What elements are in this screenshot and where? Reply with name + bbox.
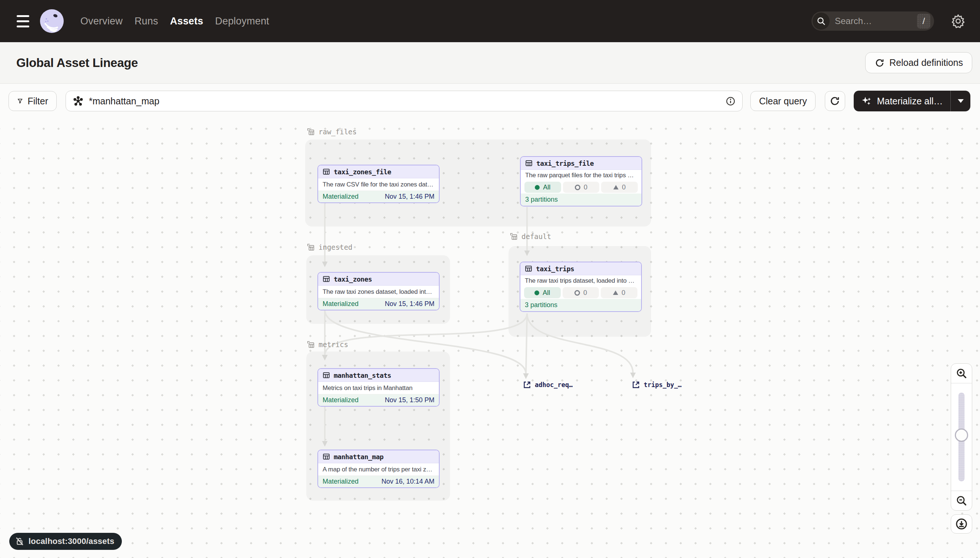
asset-name: manhattan_map: [334, 453, 383, 461]
external-asset-adhoc-request[interactable]: adhoc_req…: [522, 381, 573, 389]
external-link-icon: [522, 381, 532, 389]
asset-selection-input[interactable]: *manhattan_map: [66, 91, 743, 112]
asset-graph-icon: [72, 95, 84, 107]
lineage-edges: [0, 118, 980, 558]
lineage-toolbar: Filter *manhattan_map Clear query Materi…: [0, 84, 980, 118]
asset-name: taxi_trips: [536, 265, 574, 273]
search-icon: [813, 13, 830, 30]
zoom-slider[interactable]: [951, 383, 972, 491]
materialized-timestamp: Nov 15, 1:50 PM: [385, 396, 435, 404]
table-icon: [525, 159, 533, 167]
group-label-raw-files[interactable]: raw_files: [307, 128, 357, 136]
failed-ring-icon: [575, 185, 580, 190]
zoom-slider-thumb[interactable]: [955, 428, 968, 442]
asset-group-icon: [307, 340, 315, 349]
partitions-count: 3 partitions: [525, 196, 558, 204]
table-icon: [524, 264, 533, 273]
chevron-down-icon: [958, 99, 964, 103]
zoom-out-icon: [955, 495, 967, 507]
materialized-status: Materialized: [323, 478, 359, 486]
page-title: Global Asset Lineage: [16, 56, 138, 70]
asset-node-taxi-zones[interactable]: taxi_zones The raw taxi zones dataset, l…: [318, 272, 440, 310]
url-text: localhost:3000/assets: [28, 537, 114, 546]
partition-health-failed[interactable]: 0: [563, 182, 600, 193]
asset-description: The raw CSV file for the taxi zones dat…: [318, 178, 439, 191]
main-nav: Overview Runs Assets Deployment: [81, 16, 269, 27]
download-graph-button[interactable]: [951, 514, 972, 533]
nav-deployment[interactable]: Deployment: [215, 16, 269, 27]
success-dot-icon: [535, 185, 540, 190]
nav-overview[interactable]: Overview: [81, 16, 123, 27]
top-navigation-bar: Overview Runs Assets Deployment Search… …: [0, 0, 980, 42]
materialized-timestamp: Nov 15, 1:46 PM: [385, 300, 435, 308]
asset-node-manhattan-map[interactable]: manhattan_map A map of the number of tri…: [318, 450, 440, 488]
partition-health-missing[interactable]: 0: [601, 287, 637, 298]
asset-group-icon: [510, 232, 518, 241]
partition-health-missing[interactable]: 0: [601, 182, 638, 193]
download-icon: [955, 518, 968, 530]
materialize-all-button[interactable]: Materialize all…: [854, 91, 950, 112]
search-shortcut-key: /: [917, 14, 931, 28]
asset-name: taxi_zones_file: [334, 168, 391, 176]
asset-description: The raw taxi trips dataset, loaded into …: [520, 275, 641, 286]
refresh-icon: [829, 95, 840, 107]
asset-group-icon: [307, 128, 315, 136]
search-placeholder: Search…: [835, 16, 872, 26]
asset-description: The raw taxi zones dataset, loaded int…: [318, 286, 439, 298]
refresh-graph-button[interactable]: [825, 91, 845, 111]
menu-icon[interactable]: [16, 15, 29, 27]
zoom-in-icon: [955, 368, 967, 379]
asset-description: Metrics on taxi trips in Manhattan: [318, 382, 439, 394]
materialize-all-split-button: Materialize all…: [854, 91, 970, 112]
partition-health-failed[interactable]: 0: [563, 287, 599, 298]
materialized-status: Materialized: [323, 193, 359, 200]
asset-name: taxi_zones: [334, 275, 372, 283]
dagster-logo[interactable]: [40, 9, 64, 33]
partition-health-all[interactable]: All: [524, 182, 561, 193]
global-search-input[interactable]: Search… /: [812, 11, 934, 31]
asset-group-icon: [307, 243, 315, 251]
reload-definitions-button[interactable]: Reload definitions: [865, 52, 972, 73]
asset-description: A map of the number of trips per taxi z…: [318, 463, 439, 476]
sparkles-icon: [861, 95, 872, 107]
page-header: Global Asset Lineage Reload definitions: [0, 42, 980, 84]
asset-description: The raw parquet files for the taxi trips…: [521, 170, 641, 181]
external-link-icon: [631, 381, 641, 389]
insecure-lock-icon: [15, 536, 25, 547]
info-icon[interactable]: [726, 96, 736, 106]
group-label-default[interactable]: default: [510, 232, 551, 241]
partition-health-all[interactable]: All: [524, 287, 561, 298]
asset-node-taxi-trips[interactable]: taxi_trips The raw taxi trips dataset, l…: [520, 262, 642, 312]
materialize-options-dropdown[interactable]: [951, 91, 970, 112]
clear-query-button[interactable]: Clear query: [750, 91, 815, 111]
table-icon: [322, 371, 330, 379]
nav-runs[interactable]: Runs: [135, 16, 158, 27]
asset-name: manhattan_stats: [334, 371, 391, 379]
table-icon: [322, 275, 330, 283]
zoom-control-panel: [951, 363, 972, 510]
browser-url-status-pill: localhost:3000/assets: [9, 533, 122, 550]
zoom-out-button[interactable]: [951, 491, 972, 510]
materialized-timestamp: Nov 16, 10:14 AM: [382, 478, 435, 486]
asset-node-manhattan-stats[interactable]: manhattan_stats Metrics on taxi trips in…: [318, 368, 440, 407]
filter-button[interactable]: Filter: [8, 91, 57, 111]
asset-node-taxi-trips-file[interactable]: taxi_trips_file The raw parquet files fo…: [520, 156, 642, 207]
missing-triangle-icon: [613, 290, 618, 295]
group-label-ingested[interactable]: ingested: [307, 243, 352, 251]
asset-node-taxi-zones-file[interactable]: taxi_zones_file The raw CSV file for the…: [318, 165, 440, 203]
settings-gear-icon[interactable]: [950, 13, 967, 30]
materialized-status: Materialized: [323, 300, 359, 308]
asset-name: taxi_trips_file: [536, 159, 594, 167]
asset-lineage-canvas[interactable]: raw_files ingested default metrics taxi_…: [0, 118, 980, 558]
success-dot-icon: [534, 290, 539, 295]
nav-assets[interactable]: Assets: [170, 16, 203, 27]
asset-selection-value: *manhattan_map: [89, 96, 159, 107]
partitions-count: 3 partitions: [525, 301, 557, 309]
external-asset-trips-by[interactable]: trips_by_…: [631, 381, 682, 389]
group-label-metrics[interactable]: metrics: [307, 340, 348, 349]
zoom-in-button[interactable]: [951, 364, 972, 383]
refresh-icon: [875, 58, 885, 68]
filter-funnel-icon: [17, 96, 23, 106]
materialized-timestamp: Nov 15, 1:46 PM: [385, 193, 435, 200]
table-icon: [322, 453, 330, 461]
